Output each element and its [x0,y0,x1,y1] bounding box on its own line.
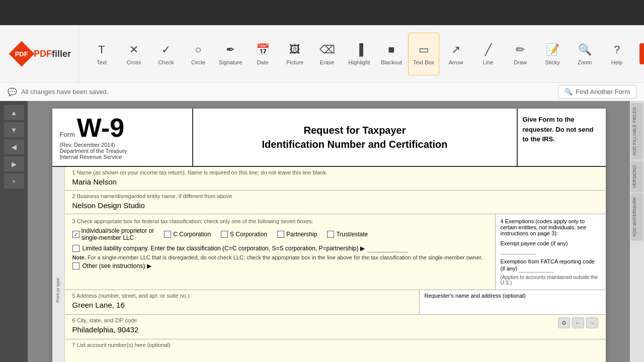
tool-label-text: Text [97,59,107,65]
checkbox-other[interactable] [72,262,79,269]
tool-icon-picture: 🖼 [289,42,300,57]
main-area: ▲ ▼ ◀ ▶ + Form W-9 (Rev. December 2014) … [0,101,644,362]
tool-zoom[interactable]: 🔍 Zoom [569,33,600,75]
tool-icon-line: ╱ [485,42,492,57]
logo-icon: PDF [15,50,28,58]
sidebar-btn-up[interactable]: ▲ [4,105,24,120]
checkbox-partnership-label: Partnership [286,231,317,238]
tool-icon-sticky: 📝 [546,42,559,57]
field5-value[interactable]: Green Lane, 16 [72,300,412,312]
document-area: Form W-9 (Rev. December 2014) Department… [28,101,630,362]
tool-blackout[interactable]: ■ Blackout [376,33,407,75]
document: Form W-9 (Rev. December 2014) Department… [52,109,606,362]
checkbox-individual-label: Individual/sole proprietor orsingle-memb… [82,227,154,241]
field4-label: 4 Exemptions (codes apply only to certai… [501,218,601,236]
field2-label: 2 Business name/disregarded entity name,… [72,193,598,199]
tool-label-sticky: Sticky [545,59,559,65]
llc-label: Limited liability company. Enter the tax… [83,245,365,252]
city-tool-left[interactable]: ← [572,317,584,328]
tool-date[interactable]: 📅 Date [247,33,278,75]
tool-icon-blackout: ■ [388,42,394,57]
tool-label-check: Check [158,59,174,65]
checkbox-scorp[interactable]: S Corporation [221,227,267,241]
logo-text: PDFfiller [34,49,71,59]
city-tool-right[interactable]: → [586,317,598,328]
form-dept1: Department of the Treasury [60,148,185,154]
find-form-button[interactable]: 🔍 Find Another Form [558,85,636,99]
fatca-note: (Applies to accounts maintained outside … [501,275,601,286]
sidebar-btn-zoom-in[interactable]: + [4,173,24,189]
right-tab-watermark[interactable]: ADD WATERMARK [631,193,643,241]
checkbox-partnership[interactable]: Partnership [277,227,317,241]
tool-cross[interactable]: ✕ Cross [118,33,149,75]
tool-label-line: Line [483,59,494,65]
checkbox-llc[interactable] [72,245,79,252]
tool-sticky[interactable]: 📝 Sticky [537,33,568,75]
tool-label-blackout: Blackout [381,59,402,65]
tool-picture[interactable]: 🖼 Picture [279,33,310,75]
note-text: Note. For a single-member LLC that is di… [72,254,488,260]
vertical-text-print: Print or type [55,278,61,303]
tax-class-left: 3 Check appropriate box for federal tax … [65,214,495,290]
tool-signature[interactable]: ✒ Signature [215,33,246,75]
form-main-content: 1 Name (as shown on your income tax retu… [65,167,606,362]
logo-diamond: PDF [9,41,35,67]
form-title: Request for Taxpayer Identification Numb… [262,123,448,151]
done-button[interactable]: ✓ ✓ DONE [639,43,644,64]
tool-circle[interactable]: ○ Circle [183,33,214,75]
sidebar-btn-right[interactable]: ▶ [4,156,24,171]
tool-check[interactable]: ✓ Check [150,33,182,75]
field7-value[interactable] [72,349,598,362]
form-header-center: Request for Taxpayer Identification Numb… [193,109,518,166]
tool-draw[interactable]: ✏ Draw [505,33,536,75]
form-rev: (Rev. December 2014) [60,142,185,148]
field7-row: 7 List account number(s) here (optional) [65,339,606,362]
tool-label-cross: Cross [127,59,141,65]
checkbox-ccorp-box [164,231,171,238]
tool-highlight[interactable]: ▐ Highlight [344,33,375,75]
field3-label: 3 Check appropriate box for federal tax … [72,218,488,224]
status-icon: 💬 [8,87,17,97]
address-left: 5 Address (number, street, and apt. or s… [65,290,420,314]
tool-label-arrow: Arrow [449,59,463,65]
note-bold: Note. [72,254,87,260]
tool-label-erase: Erase [320,59,335,65]
tool-label-textbox: Text Box [413,59,434,65]
field1-value[interactable]: Maria Nelson [72,176,598,188]
tool-label-draw: Draw [514,59,527,65]
tool-textbox[interactable]: ▭ Text Box [408,33,439,75]
vertical-label-area: Print or type [52,167,65,362]
fatca-input[interactable] [519,264,554,273]
checkbox-ccorp[interactable]: C Corporation [164,227,211,241]
city-tool-gear[interactable]: ⚙ [558,317,570,328]
checkbox-trust[interactable]: Trust/estate [327,227,368,241]
llc-input[interactable] [368,244,408,252]
tool-icon-cross: ✕ [129,42,138,57]
tool-text[interactable]: T Text [86,33,117,75]
tool-icon-help: ? [614,42,620,57]
field2-value[interactable]: Nelson Design Studio [72,200,598,211]
right-tab-versions[interactable]: VERSIONS [631,161,643,193]
tool-help[interactable]: ? Help [601,33,632,75]
right-tab-fillable[interactable]: ADD FILLABLE FIELDS [631,103,643,160]
sidebar-btn-left[interactable]: ◀ [4,139,24,154]
tool-arrow[interactable]: ↗ Arrow [440,33,471,75]
sidebar-btn-down[interactable]: ▼ [4,122,24,137]
status-left: 💬 All changes have been saved. [8,87,108,97]
form-header-left: Form W-9 (Rev. December 2014) Department… [52,109,193,166]
checkbox-trust-box [327,231,334,238]
tool-icon-textbox: ▭ [419,42,429,57]
tool-icon-erase: ⌫ [319,42,335,57]
other-row: Other (see instructions) ▶ [72,262,488,269]
tool-label-circle: Circle [191,59,205,65]
tool-line[interactable]: ╱ Line [472,33,504,75]
checkboxes-row: ✓ Individual/sole proprietor orsingle-me… [72,227,488,241]
exempt-payee-input[interactable] [501,246,536,254]
field6-value[interactable]: Philadelphia, 90432 [72,324,598,336]
tool-erase[interactable]: ⌫ Erase [311,33,343,75]
checkbox-scorp-box [221,231,228,238]
address-right: Requester's name and address (optional) [420,290,606,314]
city-tools: ⚙ ← → [558,317,598,328]
checkbox-individual[interactable]: ✓ Individual/sole proprietor orsingle-me… [72,227,154,241]
field1-label: 1 Name (as shown on your income tax retu… [72,169,598,175]
